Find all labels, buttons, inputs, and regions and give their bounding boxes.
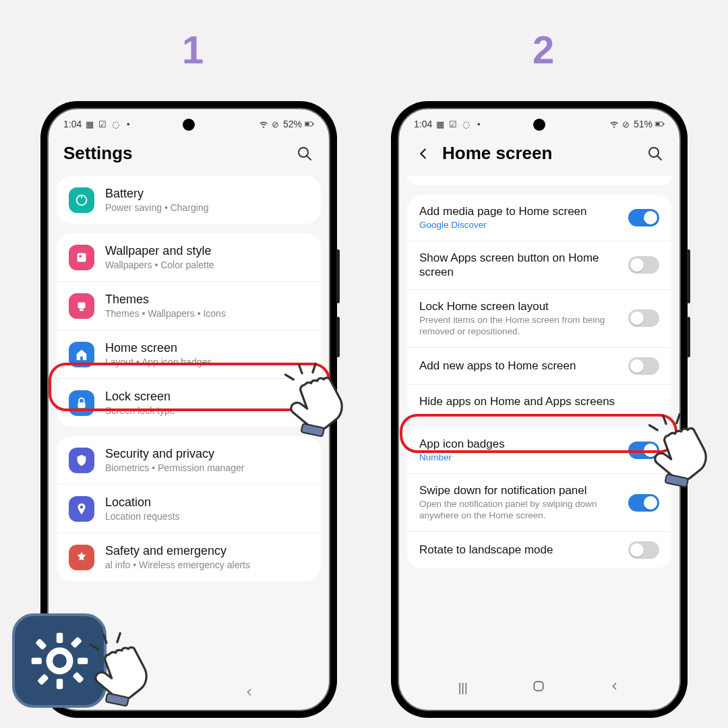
image-icon: ▦ xyxy=(435,119,445,129)
svg-rect-15 xyxy=(656,123,659,125)
navigation-bar: ||| xyxy=(399,673,679,703)
themes-icon xyxy=(69,293,94,319)
homescreen-group-1: Add media page to Home screenGoogle Disc… xyxy=(407,195,671,418)
svg-rect-10 xyxy=(80,309,84,311)
front-camera xyxy=(533,119,545,131)
toggle-media-page[interactable] xyxy=(628,209,659,226)
battery-percent: 51% xyxy=(634,119,653,129)
status-time: 1:04 xyxy=(414,119,432,129)
check-icon: ☑ xyxy=(448,119,458,129)
item-add-new-apps[interactable]: Add new apps to Home screen xyxy=(407,347,671,384)
no-signal-icon: ⊘ xyxy=(621,119,631,129)
svg-rect-1 xyxy=(313,123,313,125)
settings-item-battery[interactable]: BatteryPower saving • Charging xyxy=(57,176,321,224)
search-icon[interactable] xyxy=(646,144,665,163)
svg-rect-18 xyxy=(534,681,543,690)
item-subtitle: Prevent items on the Home screen from be… xyxy=(419,315,620,338)
search-icon[interactable] xyxy=(295,144,314,163)
wallpaper-icon xyxy=(69,245,94,270)
sync-icon: ◌ xyxy=(461,119,471,129)
settings-item-wallpaper[interactable]: Wallpaper and styleWallpapers • Color pa… xyxy=(57,233,321,281)
wifi-icon xyxy=(259,119,268,129)
svg-rect-6 xyxy=(81,195,82,198)
nav-recents-icon[interactable]: ||| xyxy=(458,681,468,695)
toggle-rotate[interactable] xyxy=(628,541,659,559)
check-icon: ☑ xyxy=(98,119,107,129)
item-title: Swipe down for notification panel xyxy=(419,483,620,497)
item-title: Lock Home screen layout xyxy=(419,299,620,313)
item-add-media-page[interactable]: Add media page to Home screenGoogle Disc… xyxy=(407,195,671,241)
svg-rect-24 xyxy=(35,638,47,650)
item-title: Hide apps on Home and Apps screens xyxy=(419,394,659,408)
svg-rect-14 xyxy=(663,123,664,125)
svg-point-12 xyxy=(80,505,84,508)
item-title: Wallpaper and style xyxy=(105,244,309,258)
item-title: Safety and emergency xyxy=(105,544,309,558)
settings-item-safety[interactable]: Safety and emergencyal info • Wireless e… xyxy=(57,533,321,581)
svg-rect-2 xyxy=(305,123,309,125)
item-subtitle: Google Discover xyxy=(419,220,620,231)
settings-item-location[interactable]: LocationLocation requests xyxy=(57,484,321,533)
item-subtitle: al info • Wireless emergency alerts xyxy=(105,559,309,570)
toggle-lock-layout[interactable] xyxy=(628,309,659,327)
settings-group-1: BatteryPower saving • Charging xyxy=(57,176,321,224)
item-subtitle: Number xyxy=(419,452,620,464)
battery-percent: 52% xyxy=(283,119,302,129)
item-title: Battery xyxy=(105,187,309,201)
step-number-1: 1 xyxy=(182,27,204,72)
back-icon[interactable] xyxy=(414,144,433,163)
item-title: Home screen xyxy=(105,341,309,355)
emergency-icon xyxy=(69,545,94,570)
front-camera xyxy=(183,119,195,131)
more-icon: • xyxy=(474,119,483,129)
item-subtitle: Biometrics • Permission manager xyxy=(105,462,309,473)
lock-icon xyxy=(69,390,94,416)
item-title: Themes xyxy=(105,293,309,307)
home-icon xyxy=(69,342,94,367)
wifi-icon xyxy=(609,119,619,129)
item-show-apps-button[interactable]: Show Apps screen button on Home screen xyxy=(407,241,671,289)
shield-icon xyxy=(69,448,94,473)
item-swipe-down[interactable]: Swipe down for notification panelOpen th… xyxy=(407,473,671,531)
step-number-2: 2 xyxy=(533,27,554,72)
item-subtitle: Themes • Wallpapers • Icons xyxy=(105,308,309,319)
svg-line-4 xyxy=(307,156,311,160)
toggle-show-apps[interactable] xyxy=(628,256,659,274)
item-hide-apps[interactable]: Hide apps on Home and Apps screens xyxy=(407,384,671,418)
battery-icon xyxy=(655,119,665,129)
page-title: Settings xyxy=(63,143,286,164)
svg-point-8 xyxy=(79,255,82,257)
item-lock-layout[interactable]: Lock Home screen layoutPrevent items on … xyxy=(407,289,671,347)
svg-line-17 xyxy=(657,156,661,160)
item-title: Add new apps to Home screen xyxy=(419,359,620,373)
item-title: Location xyxy=(105,495,309,510)
item-subtitle: Wallpapers • Color palette xyxy=(105,260,309,270)
battery-icon xyxy=(305,119,314,129)
svg-rect-20 xyxy=(56,632,63,642)
item-title: Security and privacy xyxy=(105,447,309,461)
nav-home-icon[interactable] xyxy=(532,679,545,696)
more-icon: • xyxy=(123,119,133,129)
svg-rect-21 xyxy=(56,679,63,689)
nav-back-icon[interactable] xyxy=(244,687,255,700)
item-subtitle: Location requests xyxy=(105,511,309,522)
item-title: App icon badges xyxy=(419,437,620,451)
item-subtitle: Power saving • Charging xyxy=(105,202,309,213)
no-signal-icon: ⊘ xyxy=(271,119,280,129)
item-subtitle: Open the notification panel by swiping d… xyxy=(419,499,620,522)
item-rotate-landscape[interactable]: Rotate to landscape mode xyxy=(407,531,671,568)
card-top-sliver xyxy=(407,176,671,185)
svg-rect-22 xyxy=(31,657,41,664)
phone-frame-2: 1:04 ▦ ☑ ◌ • ⊘ 51% Home screen xyxy=(391,101,688,718)
item-title: Show Apps screen button on Home screen xyxy=(419,251,620,280)
item-title: Add media page to Home screen xyxy=(419,204,620,218)
nav-back-icon[interactable] xyxy=(609,681,620,695)
image-icon: ▦ xyxy=(85,119,94,129)
settings-item-themes[interactable]: ThemesThemes • Wallpapers • Icons xyxy=(57,281,321,330)
toggle-add-new-apps[interactable] xyxy=(628,357,659,375)
settings-group-3: Security and privacyBiometrics • Permiss… xyxy=(57,436,321,581)
svg-rect-27 xyxy=(37,673,49,685)
location-pin-icon xyxy=(69,496,94,522)
svg-rect-9 xyxy=(78,302,86,308)
item-title: Rotate to landscape mode xyxy=(419,543,620,557)
